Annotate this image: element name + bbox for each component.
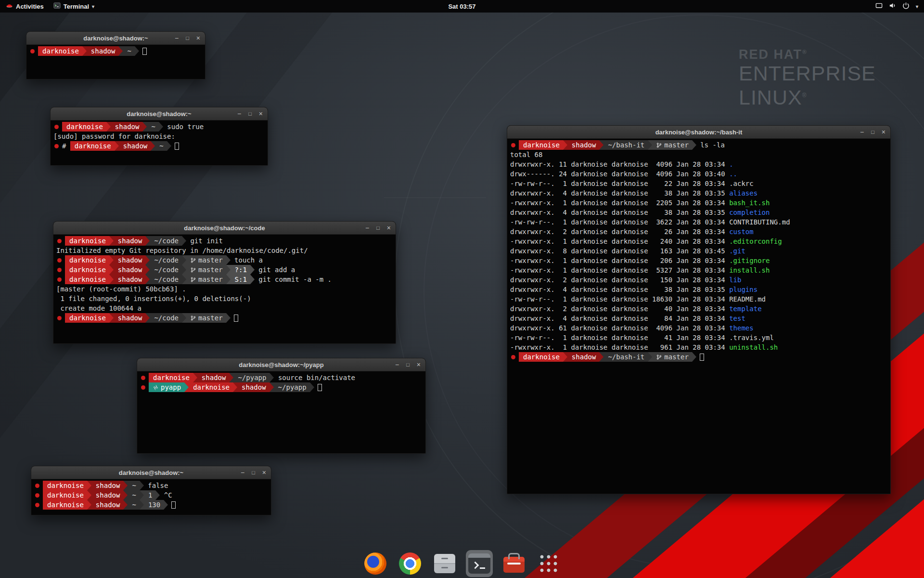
prompt-segment-text: shadow (572, 141, 596, 149)
terminal-line: # darknoiseshadow~ (53, 141, 265, 151)
powerline-separator-icon (87, 500, 91, 510)
power-icon[interactable] (902, 2, 910, 11)
app-menu-terminal[interactable]: Terminal ▾ (53, 2, 94, 11)
activities-label: Activities (16, 3, 44, 10)
minimize-button[interactable]: − (237, 107, 241, 120)
terminal-text: ls -la (696, 141, 725, 149)
terminal-window-sudo[interactable]: darknoise@shadow:~ − □ × darknoiseshadow… (50, 107, 268, 166)
minimize-button[interactable]: − (241, 466, 244, 479)
prompt-segment-text: master (664, 353, 689, 361)
terminal-line: darknoiseshadow~/bash-itmaster (510, 352, 887, 362)
terminal-body[interactable]: darknoiseshadow~/pyapp source bin/activa… (137, 371, 425, 394)
terminal-text: uninstall.sh (729, 343, 778, 351)
terminal-body[interactable]: darknoiseshadow~ falsedarknoiseshadow~1 … (31, 479, 271, 511)
prompt-segment-text: ?:1 (235, 266, 247, 274)
dock-item-terminal[interactable] (468, 552, 491, 575)
window-titlebar[interactable]: darknoise@shadow:~ − □ × (51, 107, 268, 120)
clock[interactable]: Sat 03:57 (448, 3, 475, 10)
minimize-button[interactable]: − (395, 358, 399, 371)
prompt-status-icon (57, 316, 62, 320)
terminal-text: false (144, 482, 168, 489)
terminal-text: .ackrc (729, 180, 754, 187)
close-button[interactable]: × (262, 466, 266, 479)
window-titlebar[interactable]: darknoise@shadow:~ − □ × (26, 32, 205, 45)
terminal-text: drwxrwxr-x. 4 darknoise darknoise 38 Jan… (510, 286, 729, 293)
terminal-window-bash-it[interactable]: darknoise@shadow:~/bash-it − □ × darknoi… (507, 125, 891, 494)
prompt-segment-user: darknoise (65, 275, 109, 284)
prompt-status-icon (35, 493, 39, 498)
window-titlebar[interactable]: darknoise@shadow:~ − □ × (31, 466, 271, 479)
terminal-line: -rwxrwxr-x. 1 darknoise darknoise 206 Ja… (510, 256, 887, 265)
terminal-line: -rw-rw-r--. 1 darknoise darknoise 41 Jan… (510, 333, 887, 342)
powerline-separator-icon (226, 255, 231, 265)
prompt-segment-git: master (186, 313, 226, 323)
maximize-button[interactable]: □ (186, 32, 189, 45)
prompt-segment-user: darknoise (43, 481, 87, 490)
terminal-window-pyapp[interactable]: darknoise@shadow:~/pyapp − □ × darknoise… (137, 358, 426, 454)
terminal-line: darknoiseshadow~/codemaster?:1 git add a (56, 265, 393, 275)
volume-icon[interactable] (889, 2, 896, 11)
software-toolbox-icon (503, 557, 525, 573)
display-icon[interactable] (875, 2, 883, 11)
prompt-segment-text: 130 (148, 501, 160, 509)
powerline-separator-icon (140, 481, 144, 490)
powerline-separator-icon (106, 122, 111, 131)
powerline-separator-icon (155, 490, 160, 500)
maximize-button[interactable]: □ (376, 222, 380, 235)
wordmark-redhat-text: RED HAT (739, 47, 802, 62)
powerline-separator-icon (184, 382, 189, 392)
close-button[interactable]: × (259, 107, 263, 120)
dock-item-chrome[interactable] (398, 552, 422, 575)
terminal-text: ^C (160, 491, 172, 499)
prompt-segment-text: darknoise (69, 314, 106, 322)
terminal-body[interactable]: darknoiseshadow~ (26, 45, 205, 57)
close-button[interactable]: × (417, 358, 421, 371)
maximize-button[interactable]: □ (871, 126, 874, 139)
terminal-body[interactable]: darknoiseshadow~/bash-itmaster ls -latot… (507, 139, 890, 363)
terminal-line: 1 file changed, 0 insertions(+), 0 delet… (56, 294, 393, 303)
terminal-body[interactable]: darknoiseshadow~ sudo true[sudo] passwor… (51, 120, 268, 152)
prompt-segment-path: ~/code (150, 313, 182, 323)
maximize-button[interactable]: □ (406, 358, 410, 371)
close-button[interactable]: × (196, 32, 200, 45)
dock-item-firefox[interactable] (364, 552, 387, 575)
terminal-text: drwxrwxr-x. 4 darknoise darknoise 38 Jan… (510, 189, 729, 197)
dock-item-show-applications[interactable] (537, 552, 560, 575)
powerline-separator-icon (563, 352, 567, 362)
minimize-button[interactable]: − (365, 222, 369, 235)
powerline-separator-icon (270, 382, 274, 392)
terminal-text: .git (729, 247, 745, 255)
close-button[interactable]: × (882, 126, 886, 139)
activities-button[interactable]: Activities (6, 2, 44, 11)
prompt-segment-code: 1 (144, 490, 155, 500)
prompt-segment-host: shadow (114, 313, 146, 323)
terminal-window-home-1[interactable]: darknoise@shadow:~ − □ × darknoiseshadow… (26, 31, 205, 79)
terminal-line: drwxrwxr-x. 11 darknoise darknoise 4096 … (510, 159, 887, 169)
powerline-separator-icon (599, 140, 603, 150)
terminal-window-home-2[interactable]: darknoise@shadow:~ − □ × darknoiseshadow… (31, 466, 271, 515)
dock-item-files[interactable] (433, 552, 456, 575)
branch-icon (656, 143, 662, 148)
terminal-line: drwxrwxr-x. 2 darknoise darknoise 150 Ja… (510, 275, 887, 285)
window-titlebar[interactable]: darknoise@shadow:~/pyapp − □ × (137, 358, 425, 371)
terminal-window-code[interactable]: darknoise@shadow:~/code − □ × darknoises… (53, 221, 396, 344)
terminal-icon (468, 553, 490, 574)
close-button[interactable]: × (387, 222, 391, 235)
system-status-area[interactable]: ▾ (875, 2, 918, 11)
maximize-button[interactable]: □ (252, 466, 255, 479)
terminal-body[interactable]: darknoiseshadow~/code git initInitialize… (53, 235, 396, 324)
prompt-status-icon (35, 503, 39, 507)
prompt-segment-text: ~ (132, 482, 136, 489)
prompt-segment-text: darknoise (47, 482, 84, 489)
minimize-button[interactable]: − (860, 126, 864, 139)
prompt-segment-git: master (652, 352, 692, 362)
window-titlebar[interactable]: darknoise@shadow:~/bash-it − □ × (507, 126, 890, 139)
terminal-line: darknoiseshadow~/code git init (56, 236, 393, 246)
window-titlebar[interactable]: darknoise@shadow:~/code − □ × (53, 222, 396, 235)
dock-item-software[interactable] (502, 552, 526, 575)
prompt-segment-user: darknoise (38, 46, 82, 56)
prompt-segment-host: shadow (114, 265, 146, 275)
prompt-segment-text: shadow (96, 491, 120, 499)
minimize-button[interactable]: − (175, 32, 179, 45)
maximize-button[interactable]: □ (248, 107, 252, 120)
